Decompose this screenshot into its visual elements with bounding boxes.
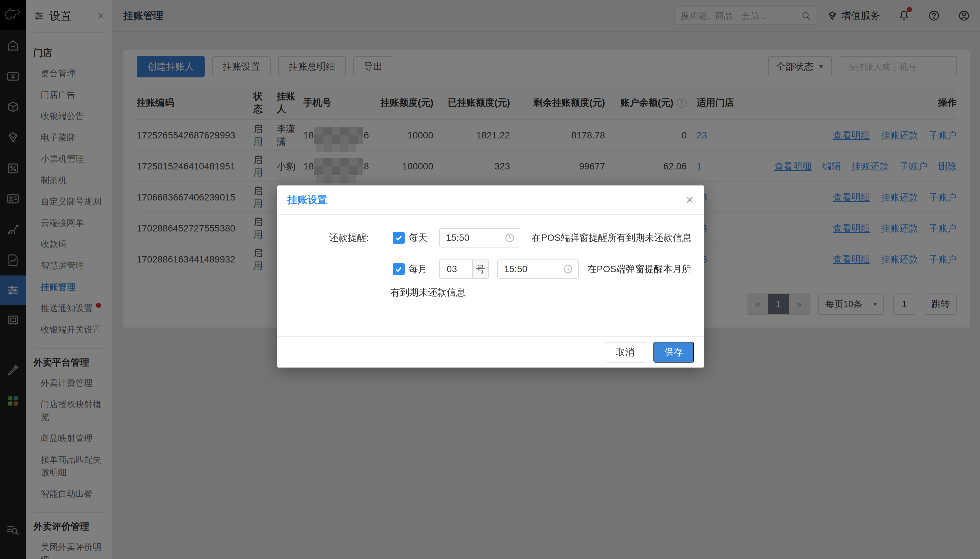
check-icon bbox=[394, 265, 403, 273]
day-suffix: 号 bbox=[472, 260, 488, 278]
monthly-checkbox[interactable] bbox=[393, 263, 405, 275]
close-icon[interactable]: ✕ bbox=[686, 194, 694, 206]
modal-title: 挂账设置 bbox=[287, 193, 686, 207]
monthly-day-field: 号 bbox=[439, 260, 489, 279]
check-icon bbox=[394, 233, 403, 242]
credit-settings-modal: 挂账设置 ✕ 还款提醒: 每天 在POS端弹窗提醒所有到期未还款信息 每月 号 … bbox=[277, 185, 704, 367]
monthly-time-input[interactable] bbox=[498, 264, 563, 275]
cancel-button[interactable]: 取消 bbox=[605, 342, 645, 362]
reminder-label: 还款提醒: bbox=[277, 232, 369, 244]
monthly-day-input[interactable] bbox=[440, 260, 472, 278]
monthly-time-field bbox=[497, 260, 579, 279]
daily-time-input[interactable] bbox=[440, 233, 504, 243]
clock-icon bbox=[563, 264, 573, 275]
clock-icon bbox=[504, 233, 515, 243]
monthly-label: 每月 bbox=[409, 263, 427, 276]
daily-checkbox[interactable] bbox=[393, 232, 405, 244]
daily-time-field bbox=[439, 228, 520, 248]
daily-label: 每天 bbox=[409, 232, 427, 244]
daily-desc: 在POS端弹窗提醒所有到期未还款信息 bbox=[532, 232, 691, 244]
monthly-desc-line2: 有到期未还款信息 bbox=[391, 286, 465, 299]
save-button[interactable]: 保存 bbox=[653, 342, 694, 362]
monthly-desc-line1: 在POS端弹窗提醒本月所 bbox=[587, 263, 691, 276]
